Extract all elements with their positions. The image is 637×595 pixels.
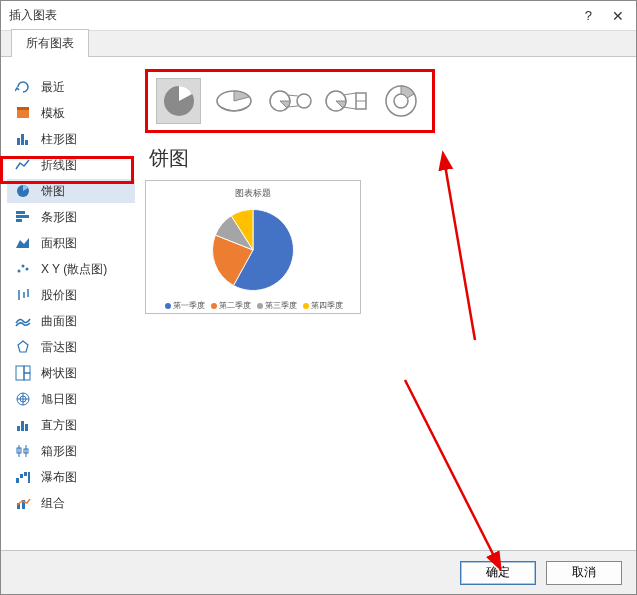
sidebar-item-label: 箱形图 bbox=[41, 443, 77, 460]
window-title: 插入图表 bbox=[9, 7, 585, 24]
stock-icon bbox=[15, 287, 31, 303]
histogram-icon bbox=[15, 417, 31, 433]
pie-icon bbox=[161, 83, 197, 119]
content-pane: 饼图 图表标题 第一季度第二季度第三季度第四季度 bbox=[135, 65, 636, 550]
bar-of-pie-icon bbox=[324, 87, 368, 115]
area-icon bbox=[15, 235, 31, 251]
sidebar-item-label: 旭日图 bbox=[41, 391, 77, 408]
svg-rect-17 bbox=[24, 366, 30, 373]
sidebar-item-histogram[interactable]: 直方图 bbox=[7, 413, 135, 437]
selected-chart-type-name: 饼图 bbox=[149, 145, 626, 172]
treemap-icon bbox=[15, 365, 31, 381]
svg-rect-18 bbox=[24, 373, 30, 380]
recent-icon bbox=[15, 79, 31, 95]
svg-marker-15 bbox=[18, 341, 28, 352]
svg-rect-7 bbox=[16, 215, 29, 218]
svg-rect-25 bbox=[25, 424, 28, 431]
sidebar-item-boxwhisker[interactable]: 箱形图 bbox=[7, 439, 135, 463]
column-icon bbox=[15, 131, 31, 147]
sidebar-item-xy[interactable]: X Y (散点图) bbox=[7, 257, 135, 281]
bar-icon bbox=[15, 209, 31, 225]
sidebar-item-area[interactable]: 面积图 bbox=[7, 231, 135, 255]
sidebar-item-label: X Y (散点图) bbox=[41, 261, 107, 278]
preview-pie-chart bbox=[208, 205, 298, 295]
sidebar-item-radar[interactable]: 雷达图 bbox=[7, 335, 135, 359]
svg-rect-1 bbox=[17, 107, 29, 110]
sidebar-item-label: 模板 bbox=[41, 105, 65, 122]
svg-rect-23 bbox=[17, 426, 20, 431]
xy-icon bbox=[15, 261, 31, 277]
sidebar-item-label: 瀑布图 bbox=[41, 469, 77, 486]
radar-icon bbox=[15, 339, 31, 355]
svg-rect-31 bbox=[20, 474, 23, 478]
ok-button[interactable]: 确定 bbox=[460, 561, 536, 585]
cancel-button[interactable]: 取消 bbox=[546, 561, 622, 585]
subtype-pie-of-pie[interactable] bbox=[267, 78, 313, 124]
subtype-pie[interactable] bbox=[156, 78, 201, 124]
close-button[interactable]: ✕ bbox=[608, 8, 628, 24]
sidebar-item-combo[interactable]: 组合 bbox=[7, 491, 135, 515]
subtype-bar-of-pie[interactable] bbox=[323, 78, 369, 124]
chart-preview[interactable]: 图表标题 第一季度第二季度第三季度第四季度 bbox=[145, 180, 361, 314]
sidebar-item-line[interactable]: 折线图 bbox=[7, 153, 135, 177]
sidebar-item-column[interactable]: 柱形图 bbox=[7, 127, 135, 151]
waterfall-icon bbox=[15, 469, 31, 485]
sidebar-item-sunburst[interactable]: 旭日图 bbox=[7, 387, 135, 411]
dialog-footer: 确定 取消 bbox=[1, 550, 636, 594]
svg-rect-4 bbox=[25, 140, 28, 145]
pie-icon bbox=[15, 183, 31, 199]
svg-rect-33 bbox=[28, 472, 30, 483]
sidebar-item-label: 直方图 bbox=[41, 417, 77, 434]
svg-line-46 bbox=[343, 107, 356, 109]
tab-strip: 所有图表 bbox=[1, 31, 636, 57]
sidebar-item-templates[interactable]: 模板 bbox=[7, 101, 135, 125]
svg-point-11 bbox=[26, 268, 29, 271]
chart-category-sidebar: 最近模板柱形图折线图饼图条形图面积图X Y (散点图)股价图曲面图雷达图树状图旭… bbox=[1, 65, 135, 550]
sidebar-item-label: 曲面图 bbox=[41, 313, 77, 330]
pie-of-pie-icon bbox=[268, 87, 312, 115]
svg-point-9 bbox=[18, 270, 21, 273]
svg-rect-24 bbox=[21, 421, 24, 431]
svg-rect-8 bbox=[16, 219, 22, 222]
sidebar-item-label: 柱形图 bbox=[41, 131, 77, 148]
svg-line-45 bbox=[343, 93, 356, 95]
svg-rect-32 bbox=[24, 472, 27, 476]
pie-subtype-row bbox=[145, 69, 435, 133]
preview-title: 图表标题 bbox=[235, 187, 271, 200]
sidebar-item-label: 面积图 bbox=[41, 235, 77, 252]
sidebar-item-bar[interactable]: 条形图 bbox=[7, 205, 135, 229]
sidebar-item-label: 树状图 bbox=[41, 365, 77, 382]
titlebar: 插入图表 ? ✕ bbox=[1, 1, 636, 31]
sidebar-item-treemap[interactable]: 树状图 bbox=[7, 361, 135, 385]
svg-rect-6 bbox=[16, 211, 25, 214]
tab-all-charts[interactable]: 所有图表 bbox=[11, 29, 89, 57]
insert-chart-dialog: 插入图表 ? ✕ 所有图表 最近模板柱形图折线图饼图条形图面积图X Y (散点图… bbox=[0, 0, 637, 595]
sidebar-item-waterfall[interactable]: 瀑布图 bbox=[7, 465, 135, 489]
subtype-doughnut[interactable] bbox=[379, 78, 424, 124]
subtype-3d-pie[interactable] bbox=[211, 78, 256, 124]
svg-rect-2 bbox=[17, 138, 20, 145]
combo-icon bbox=[15, 495, 31, 511]
sidebar-item-label: 折线图 bbox=[41, 157, 77, 174]
svg-rect-3 bbox=[21, 134, 24, 145]
sidebar-item-stock[interactable]: 股价图 bbox=[7, 283, 135, 307]
sidebar-item-label: 最近 bbox=[41, 79, 65, 96]
sidebar-item-label: 组合 bbox=[41, 495, 65, 512]
sunburst-icon bbox=[15, 391, 31, 407]
sidebar-item-pie[interactable]: 饼图 bbox=[7, 179, 135, 203]
sidebar-item-label: 雷达图 bbox=[41, 339, 77, 356]
preview-legend: 第一季度第二季度第三季度第四季度 bbox=[161, 300, 345, 311]
sidebar-item-recent[interactable]: 最近 bbox=[7, 75, 135, 99]
svg-rect-30 bbox=[16, 478, 19, 483]
dialog-body: 最近模板柱形图折线图饼图条形图面积图X Y (散点图)股价图曲面图雷达图树状图旭… bbox=[1, 57, 636, 550]
help-button[interactable]: ? bbox=[585, 8, 592, 23]
sidebar-item-surface[interactable]: 曲面图 bbox=[7, 309, 135, 333]
templates-icon bbox=[15, 105, 31, 121]
svg-point-10 bbox=[22, 265, 25, 268]
sidebar-item-label: 饼图 bbox=[41, 183, 65, 200]
svg-rect-16 bbox=[16, 366, 24, 380]
sidebar-item-label: 股价图 bbox=[41, 287, 77, 304]
preview-pie-wrap bbox=[208, 202, 298, 298]
boxwhisker-icon bbox=[15, 443, 31, 459]
svg-point-39 bbox=[297, 94, 311, 108]
